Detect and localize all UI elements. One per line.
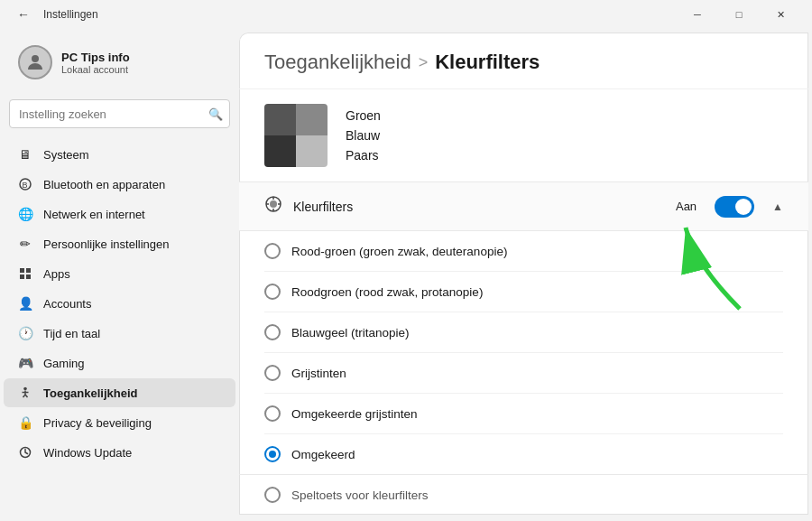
sidebar-item-label: Tijd en taal — [43, 327, 100, 340]
search-icon: 🔍 — [208, 107, 223, 121]
color-cell-medium-gray — [296, 104, 328, 135]
maximize-button[interactable]: □ — [718, 0, 760, 29]
color-label-paars: Paars — [346, 148, 381, 163]
breadcrumb: Toegankelijkheid > Kleurfilters — [264, 51, 783, 74]
persoonlijk-icon: ✏ — [18, 237, 32, 251]
radio-omgekeerd[interactable] — [264, 446, 281, 462]
sidebar-item-label: Windows Update — [43, 446, 132, 460]
color-cell-dark-gray — [264, 104, 296, 135]
radio-tritanopie[interactable] — [264, 324, 281, 340]
kleurfilters-section: Kleurfilters Aan ▲ — [239, 182, 808, 231]
sidebar-item-label: Systeem — [43, 148, 89, 162]
close-button[interactable]: ✕ — [760, 0, 801, 29]
option-label-protanopie: Roodgroen (rood zwak, protanopie) — [291, 285, 483, 299]
section-chevron-icon[interactable]: ▲ — [772, 200, 783, 213]
kleurfilters-toggle[interactable] — [715, 196, 754, 218]
sidebar-item-label: Gaming — [43, 357, 85, 370]
sidebar-item-label: Apps — [43, 267, 70, 281]
windows-update-icon — [18, 445, 32, 460]
kleurfilters-title: Kleurfilters — [293, 200, 665, 214]
option-blauwgeel-tritanopie[interactable]: Blauwgeel (tritanopie) — [264, 312, 783, 353]
color-grid — [264, 104, 328, 167]
kleurfilters-icon — [264, 195, 282, 218]
sidebar-item-gaming[interactable]: 🎮 Gaming — [4, 349, 235, 377]
systeem-icon: 🖥 — [18, 147, 32, 162]
user-info: PC Tips info Lokaal account — [61, 51, 130, 75]
search-box: 🔍 — [9, 99, 230, 128]
color-preview-section: Groen Blauw Paars — [239, 89, 808, 182]
breadcrumb-separator: > — [419, 53, 429, 72]
sidebar-item-label: Toegankelijkheid — [43, 386, 138, 400]
svg-point-7 — [23, 387, 27, 391]
toegankelijkheid-icon — [18, 386, 32, 400]
radio-deuteranopie[interactable] — [264, 243, 281, 259]
privacy-icon: 🔒 — [18, 415, 32, 430]
user-profile[interactable]: PC Tips info Lokaal account — [4, 36, 235, 88]
sidebar-item-label: Bluetooth en apparaten — [43, 178, 165, 191]
minimize-button[interactable]: ─ — [677, 0, 718, 29]
option-grijstinten[interactable]: Grijstinten — [264, 353, 783, 394]
color-labels: Groen Blauw Paars — [346, 108, 381, 163]
svg-rect-4 — [26, 268, 31, 273]
apps-icon — [18, 266, 32, 281]
breadcrumb-current: Kleurfilters — [435, 51, 540, 74]
radio-speltoets[interactable] — [264, 487, 281, 503]
avatar — [18, 45, 52, 79]
option-rood-groen-deuteranopie[interactable]: Rood-groen (groen zwak, deuteranopie) — [264, 231, 783, 272]
sidebar-item-toegankelijkheid[interactable]: Toegankelijkheid — [4, 378, 235, 407]
sidebar-item-label: Netwerk en internet — [43, 208, 145, 221]
svg-text:B: B — [23, 181, 28, 190]
color-label-blauw: Blauw — [346, 128, 381, 143]
sidebar-item-label: Accounts — [43, 297, 91, 311]
tijd-icon: 🕐 — [18, 326, 32, 340]
sidebar-item-netwerk[interactable]: 🌐 Netwerk en internet — [4, 200, 235, 228]
bluetooth-icon: B — [18, 177, 32, 191]
toggle-label: Aan — [676, 200, 697, 213]
svg-rect-6 — [26, 274, 31, 279]
sidebar-item-systeem[interactable]: 🖥 Systeem — [4, 140, 235, 169]
window-controls: ─ □ ✕ — [677, 0, 801, 29]
sidebar: PC Tips info Lokaal account 🔍 🖥 Systeem … — [0, 29, 239, 521]
sidebar-item-accounts[interactable]: 👤 Accounts — [4, 289, 235, 318]
content-wrapper: Toegankelijkheid > Kleurfilters Groen Bl… — [239, 29, 812, 521]
content-area: Toegankelijkheid > Kleurfilters Groen Bl… — [239, 33, 808, 515]
sidebar-item-privacy[interactable]: 🔒 Privacy & beveiliging — [4, 408, 235, 437]
sidebar-item-label: Persoonlijke instellingen — [43, 237, 169, 251]
color-label-groen: Groen — [346, 108, 381, 123]
option-label-deuteranopie: Rood-groen (groen zwak, deuteranopie) — [291, 245, 507, 258]
main-layout: PC Tips info Lokaal account 🔍 🖥 Systeem … — [0, 29, 812, 521]
back-button[interactable]: ← — [11, 2, 36, 27]
sidebar-item-apps[interactable]: Apps — [4, 259, 235, 288]
filter-options-list: Rood-groen (groen zwak, deuteranopie) Ro… — [239, 231, 808, 474]
sidebar-item-windows-update[interactable]: Windows Update — [4, 438, 235, 467]
radio-omgekeerde-grijstinten[interactable] — [264, 405, 281, 422]
option-omgekeerde-grijstinten[interactable]: Omgekeerde grijstinten — [264, 394, 783, 434]
color-cell-light-gray — [296, 135, 328, 167]
gaming-icon: 🎮 — [18, 356, 32, 370]
svg-rect-5 — [20, 274, 24, 279]
radio-protanopie[interactable] — [264, 284, 281, 300]
option-label-omgekeerd: Omgekeerd — [291, 448, 355, 461]
color-cell-darker-gray — [264, 135, 296, 167]
sidebar-item-bluetooth[interactable]: B Bluetooth en apparaten — [4, 170, 235, 199]
breadcrumb-parent: Toegankelijkheid — [264, 51, 411, 74]
option-label-speltoets: Speltoets voor kleurfilters — [291, 488, 429, 502]
svg-rect-3 — [20, 268, 24, 273]
option-omgekeerd[interactable]: Omgekeerd — [264, 434, 783, 474]
titlebar: ← Instellingen ─ □ ✕ — [0, 0, 812, 29]
user-name: PC Tips info — [61, 51, 130, 64]
option-roodgroen-protanopie[interactable]: Roodgroen (rood zwak, protanopie) — [264, 272, 783, 312]
titlebar-title: Instellingen — [43, 8, 98, 21]
accounts-icon: 👤 — [18, 296, 32, 311]
svg-line-11 — [25, 395, 28, 397]
option-label-grijstinten: Grijstinten — [291, 367, 346, 380]
truncated-item[interactable]: Speltoets voor kleurfilters — [239, 474, 808, 515]
sidebar-item-persoonlijk[interactable]: ✏ Persoonlijke instellingen — [4, 229, 235, 258]
sidebar-item-tijd[interactable]: 🕐 Tijd en taal — [4, 319, 235, 348]
search-input[interactable] — [9, 99, 230, 128]
netwerk-icon: 🌐 — [18, 207, 32, 221]
back-icon: ← — [17, 7, 30, 22]
option-label-tritanopie: Blauwgeel (tritanopie) — [291, 326, 410, 340]
radio-grijstinten[interactable] — [264, 365, 281, 381]
option-label-omgekeerde-grijstinten: Omgekeerde grijstinten — [291, 407, 418, 421]
